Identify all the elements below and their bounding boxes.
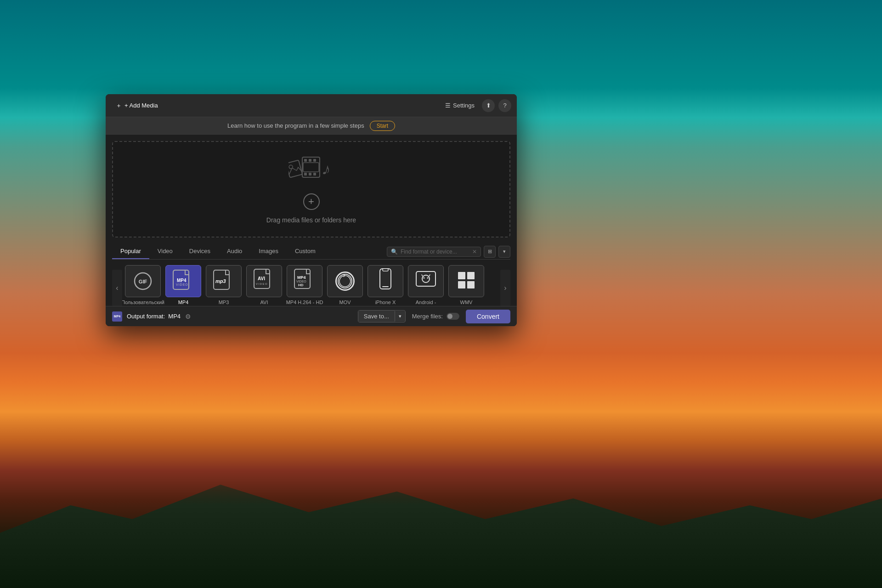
svg-text:mp3: mp3: [215, 278, 226, 284]
format-card-avi[interactable]: AVI VIDEO AVI: [245, 265, 283, 311]
svg-rect-3: [304, 159, 307, 162]
plus-icon: ＋: [116, 102, 122, 110]
formats-next-button[interactable]: ›: [500, 270, 510, 306]
format-card-mp4[interactable]: MP4 VIDEO MP4: [164, 265, 202, 311]
convert-label: Convert: [477, 313, 499, 320]
format-card-android[interactable]: Android - 1280x720: [407, 265, 445, 311]
merge-files-toggle[interactable]: [447, 313, 459, 320]
output-format-text: Output format: MP4: [127, 313, 181, 320]
output-settings-gear[interactable]: ⚙: [185, 313, 191, 320]
help-icon: ?: [503, 102, 506, 109]
avi-label: AVI: [260, 300, 268, 305]
svg-text:GIF: GIF: [139, 279, 147, 284]
svg-rect-5: [313, 159, 316, 162]
grid-icon: ⊞: [488, 249, 492, 254]
search-clear-icon[interactable]: ✕: [472, 249, 477, 255]
merge-files-label: Merge files:: [412, 313, 443, 320]
svg-text:VIDEO: VIDEO: [256, 283, 268, 285]
share-icon: ⬆: [486, 102, 491, 109]
tabs-row: Popular Video Devices Audio Images Custo…: [112, 244, 510, 260]
banner: Learn how to use the program in a few si…: [106, 117, 517, 135]
bottom-right-controls: Save to... ▾ Merge files: Convert: [358, 310, 510, 323]
svg-rect-4: [309, 159, 311, 162]
drop-zone-text: Drag media files or folders here: [266, 216, 356, 224]
bottom-bar: MP4 Output format: MP4 ⚙ Save to... ▾ Me…: [106, 306, 517, 326]
format-section: Popular Video Devices Audio Images Custo…: [106, 244, 517, 311]
formats-row: ‹ GIF Пользовательский °: [112, 264, 510, 311]
svg-line-34: [429, 275, 430, 276]
svg-point-31: [424, 277, 425, 279]
save-to-dropdown-button[interactable]: ▾: [395, 311, 405, 322]
mp4-icon-box: MP4 VIDEO: [165, 265, 201, 297]
svg-rect-9: [303, 163, 319, 172]
drop-zone[interactable]: ♪ + Drag media files or folders here: [112, 141, 510, 237]
add-media-button[interactable]: ＋ + Add Media: [111, 99, 163, 113]
help-button[interactable]: ?: [498, 99, 511, 112]
svg-point-30: [422, 275, 430, 283]
media-icon-svg: ♪: [288, 155, 334, 187]
settings-button[interactable]: ☰ Settings: [441, 100, 478, 111]
android-icon: [413, 267, 439, 295]
tab-video[interactable]: Video: [149, 244, 181, 259]
wmv-icon-box: [448, 265, 484, 297]
settings-label: Settings: [453, 102, 475, 109]
svg-rect-7: [309, 173, 311, 175]
mp4-label: MP4: [178, 300, 189, 305]
gif-icon-box: GIF: [125, 265, 161, 297]
mp3-label: MP3: [219, 300, 229, 305]
iphonex-icon-box: [368, 265, 403, 297]
wmv-label: WMV: [460, 300, 473, 305]
svg-text:VIDEO: VIDEO: [176, 283, 188, 286]
tab-devices[interactable]: Devices: [181, 244, 219, 259]
format-expand-button[interactable]: ▾: [498, 246, 510, 258]
svg-rect-8: [313, 173, 316, 175]
format-card-iphonex[interactable]: iPhone X: [367, 265, 404, 311]
wmv-icon: [454, 268, 478, 294]
mov-icon-box: [327, 265, 363, 297]
format-card-mp4hd[interactable]: MP4 VIDEO HD MP4 H.264 - HD 720p: [286, 265, 323, 311]
tab-custom[interactable]: Custom: [287, 244, 324, 259]
start-button[interactable]: Start: [370, 121, 395, 131]
toolbar: ＋ + Add Media ☰ Settings ⬆ ?: [106, 94, 517, 117]
iphonex-icon: [373, 267, 398, 295]
formats-prev-button[interactable]: ‹: [112, 270, 122, 306]
output-format-value: MP4: [168, 313, 181, 320]
svg-text:♪: ♪: [320, 159, 333, 179]
format-card-mov[interactable]: MOV: [326, 265, 364, 311]
search-input[interactable]: [401, 249, 469, 255]
tabs-right-icons: ⊞ ▾: [484, 246, 510, 258]
avi-icon-box: AVI VIDEO: [246, 265, 282, 297]
svg-rect-37: [458, 281, 465, 288]
convert-button[interactable]: Convert: [466, 310, 510, 323]
svg-rect-6: [304, 173, 307, 175]
format-card-mp3[interactable]: mp3 MP3: [205, 265, 243, 311]
svg-point-32: [427, 277, 429, 279]
svg-rect-27: [383, 269, 388, 271]
tab-images[interactable]: Images: [250, 244, 287, 259]
svg-text:HD: HD: [298, 283, 304, 287]
search-box: 🔍 ✕: [387, 247, 481, 257]
mov-icon: [335, 271, 355, 291]
format-view-button[interactable]: ⊞: [484, 246, 496, 258]
android-icon-box: [408, 265, 444, 297]
format-card-gif[interactable]: GIF Пользовательский °: [124, 265, 162, 311]
mp4-icon: MP4 VIDEO: [170, 268, 196, 294]
svg-text:MP4: MP4: [177, 278, 187, 283]
chevron-down-icon: ▾: [399, 313, 401, 319]
svg-rect-29: [416, 271, 435, 286]
save-to-main-button[interactable]: Save to...: [358, 311, 395, 322]
hamburger-icon: ☰: [445, 102, 451, 109]
search-icon: 🔍: [391, 249, 398, 255]
drop-zone-add-button[interactable]: +: [303, 193, 320, 210]
media-icons: ♪: [288, 155, 334, 187]
save-to-button: Save to... ▾: [358, 310, 406, 322]
chevron-down-icon: ▾: [503, 249, 506, 254]
tab-popular[interactable]: Popular: [112, 244, 149, 259]
share-button[interactable]: ⬆: [482, 99, 495, 112]
format-card-wmv[interactable]: WMV: [447, 265, 485, 311]
toolbar-right: ☰ Settings ⬆ ?: [441, 99, 511, 112]
output-format-label: Output format:: [127, 313, 165, 320]
svg-text:VIDEO: VIDEO: [296, 280, 306, 283]
tab-audio[interactable]: Audio: [219, 244, 250, 259]
svg-text:AVI: AVI: [258, 276, 265, 281]
